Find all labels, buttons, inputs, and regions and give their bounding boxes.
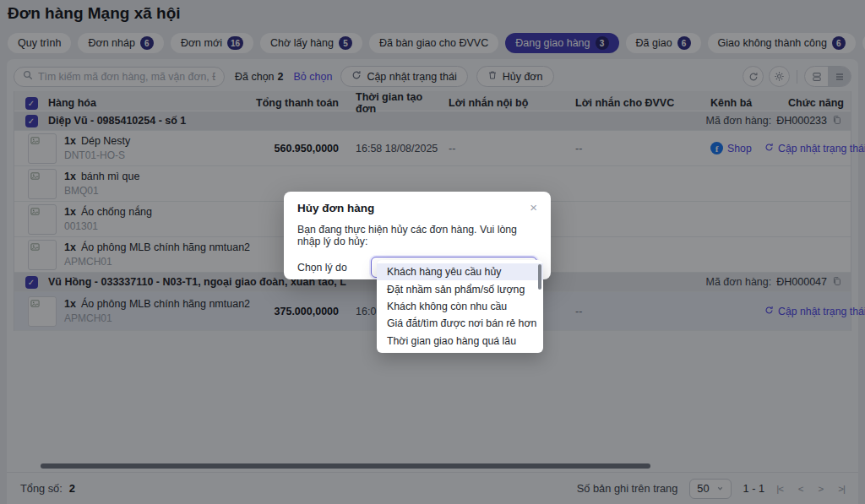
order-management-screen: Đơn hàng Mạng xã hội Quy trình Đơn nháp6… [0, 0, 865, 504]
reason-option[interactable]: Giá đắt/tìm được nơi bán rẻ hơn [377, 315, 543, 332]
close-icon[interactable]: × [530, 202, 537, 213]
reason-option[interactable]: Thời gian giao hàng quá lâu [377, 333, 543, 350]
modal-title: Hủy đơn hàng [297, 202, 374, 214]
reason-option[interactable]: Khách không còn nhu cầu [377, 298, 543, 315]
dropdown-scrollbar[interactable] [538, 264, 541, 290]
modal-description: Bạn đang thực hiện hủy các đơn hàng. Vui… [297, 224, 537, 247]
reason-option[interactable]: Đặt nhầm sản phẩm/số lượng [377, 280, 543, 297]
reason-dropdown: Khách hàng yêu cầu hủy Đặt nhầm sản phẩm… [377, 260, 543, 353]
reason-option[interactable]: Khách hàng yêu cầu hủy [377, 263, 543, 280]
reason-label: Chọn lý do [297, 262, 347, 274]
